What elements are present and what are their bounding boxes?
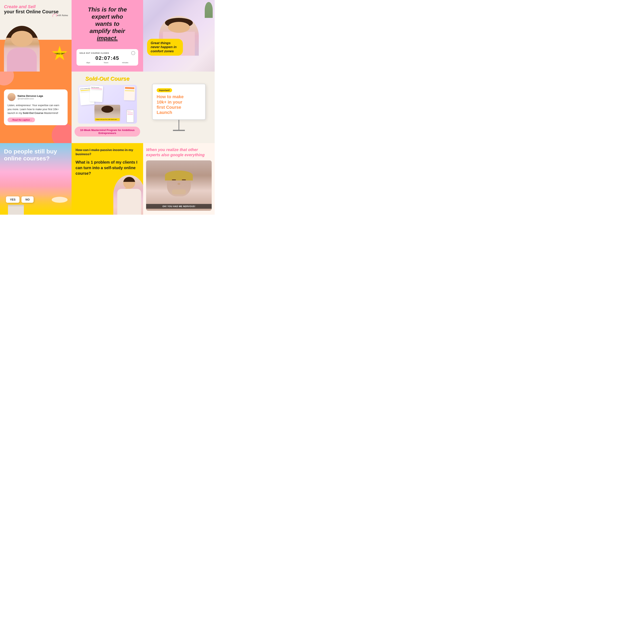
cell-create-sell: Create and Sell your first Online Course… bbox=[0, 0, 72, 72]
svg-marker-0 bbox=[56, 15, 57, 16]
main-grid: Create and Sell your first Online Course… bbox=[0, 0, 215, 215]
yes-no-buttons: YES NO bbox=[6, 196, 34, 203]
tweet-handle: @naimalderusso bbox=[17, 97, 43, 100]
yes-button[interactable]: YES bbox=[6, 196, 19, 203]
avatar bbox=[8, 93, 16, 101]
blob-top-left bbox=[0, 72, 14, 85]
billboard: Important! How to make 10k+ in your firs… bbox=[152, 84, 206, 120]
do-people-buy-text: Do people still buy online courses? bbox=[4, 148, 68, 162]
tweet-header: Naima Derusso Laga @naimalderusso bbox=[8, 93, 64, 101]
blob-decoration bbox=[52, 123, 72, 143]
create-sell-title-pink: Create and Sell bbox=[4, 4, 68, 9]
countdown-labels: days hours minutes bbox=[80, 62, 135, 64]
sold-out-course-title: Sold-Out Course bbox=[85, 76, 129, 82]
laptop-screen: 5 Steps to Get your First 1,000+ Email L… bbox=[94, 105, 120, 122]
no-button[interactable]: NO bbox=[21, 196, 34, 203]
phone-mockup: What do... bbox=[126, 110, 134, 123]
billboard-text: How to make 10k+ in your first Course La… bbox=[157, 94, 201, 115]
woman-face bbox=[146, 160, 212, 211]
sold-out-label: SOLD OUT COURSE CLOSES bbox=[80, 52, 109, 54]
tweet-body: Listen, entrepreneur: Your expertise can… bbox=[8, 103, 64, 115]
billboard-stand bbox=[178, 120, 179, 130]
cell-10k-billboard: Important! How to make 10k+ in your firs… bbox=[143, 72, 215, 143]
countdown-box: SOLD OUT COURSE CLOSES › 02:07:45 days h… bbox=[77, 49, 138, 66]
email-leads-label: 5 Steps to Get your First 1,000+ Email L… bbox=[96, 119, 119, 120]
cell-do-people-buy: Do people still buy online courses? YES … bbox=[0, 143, 72, 215]
cell-expert-impact: This is for theexpert whowants toamplify… bbox=[72, 0, 143, 72]
create-sell-title-dark: your first Online Course bbox=[4, 9, 68, 14]
expert-impact-text: This is for theexpert whowants toamplify… bbox=[77, 6, 138, 42]
important-badge: Important! bbox=[157, 88, 172, 92]
video-thumbnail: OH! YOU HAD ME NERVOUS! bbox=[146, 160, 212, 211]
desk-scene-bg bbox=[143, 0, 215, 72]
billboard-container: Important! How to make 10k+ in your firs… bbox=[147, 75, 211, 140]
course-mockup: All You Contain Planner Your Pre-Launch bbox=[78, 85, 137, 124]
main-question: What is 1 problem of my clients I can tu… bbox=[76, 159, 139, 176]
mastermind-pill: 10-Week Mastermind Program for Ambitious… bbox=[75, 127, 140, 137]
strikethrough-question: How can I make passive income in my busi… bbox=[76, 148, 139, 156]
cell-google-everything: When you realize that other experts also… bbox=[143, 143, 215, 215]
tweet-card: Naima Derusso Laga @naimalderusso Listen… bbox=[4, 89, 68, 125]
read-caption-button[interactable]: ↓ Read the caption ↓ bbox=[8, 117, 35, 122]
comfort-zones-badge: Great things never happen in comfort zon… bbox=[147, 39, 183, 56]
cell-tweet: Naima Derusso Laga @naimalderusso Listen… bbox=[0, 72, 72, 143]
cell-comfort-zones: Great things never happen in comfort zon… bbox=[143, 0, 215, 72]
cell-one-problem: How can I make passive income in my busi… bbox=[72, 143, 143, 215]
cloud bbox=[52, 197, 68, 203]
tweet-name: Naima Derusso Laga bbox=[17, 94, 43, 97]
video-caption-text: OH! YOU HAD ME NERVOUS! bbox=[146, 204, 212, 209]
countdown-arrow-icon: › bbox=[131, 51, 135, 55]
countdown-numbers: 02:07:45 bbox=[80, 55, 135, 61]
cell-sold-out-course: Sold-Out Course All You Contain Planner … bbox=[72, 72, 143, 143]
google-everything-text: When you realize that other experts also… bbox=[146, 147, 212, 157]
with-naima-label: with Naima bbox=[57, 14, 68, 17]
mastermind-text: 10-Week Mastermind Program for Ambitious… bbox=[79, 129, 136, 135]
billboard-base bbox=[173, 130, 185, 131]
arrow-swirl-icon bbox=[52, 13, 58, 18]
